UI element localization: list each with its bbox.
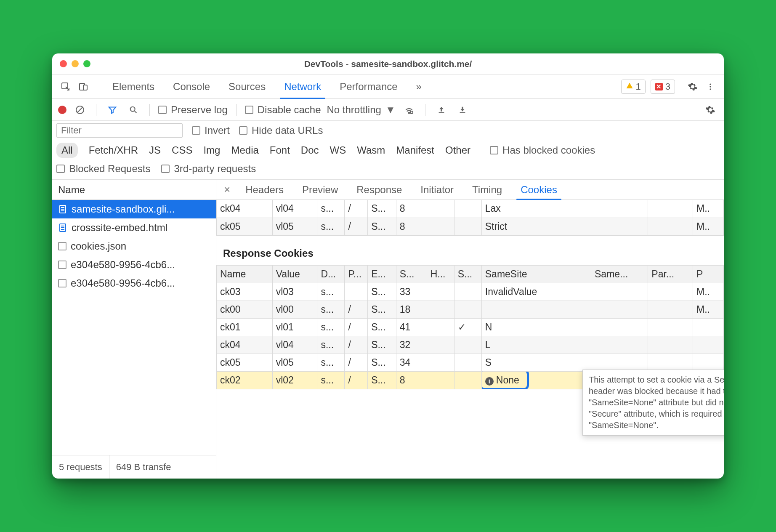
status-bar: 5 requests 649 B transfe [52,455,216,479]
filter-icon[interactable] [105,102,120,117]
status-requests: 5 requests [52,455,109,479]
col-sameparty[interactable]: Same... [591,265,648,283]
chip-media[interactable]: Media [231,144,258,156]
filter-input[interactable] [56,123,183,138]
chip-img[interactable]: Img [203,144,220,156]
upload-har-icon[interactable] [434,102,449,117]
status-transfer: 649 B transfe [109,455,178,479]
record-button[interactable] [58,106,66,114]
disable-cache-checkbox[interactable]: Disable cache [245,104,321,116]
tab-sources[interactable]: Sources [219,74,275,98]
throttling-select[interactable]: No throttling ▼ [327,104,395,116]
gear-icon[interactable] [685,79,700,94]
preserve-log-label: Preserve log [171,104,228,116]
col-partitionkey[interactable]: Par... [648,265,693,283]
col-secure[interactable]: S... [454,265,481,283]
tab-preview[interactable]: Preview [293,180,347,200]
table-row[interactable]: ck00vl00s.../S...18M.. [217,301,724,318]
warnings-badge[interactable]: 1 [621,80,646,94]
close-window-button[interactable] [60,60,67,67]
warning-icon [626,81,633,92]
document-icon [58,223,67,232]
table-row[interactable]: ck05vl05s.../S...34S [217,354,724,371]
hide-data-urls-checkbox[interactable]: Hide data URLs [239,125,323,136]
network-conditions-icon[interactable] [401,102,417,117]
chip-other[interactable]: Other [445,144,470,156]
panel-tabs: Elements Console Sources Network Perform… [103,74,431,98]
request-list-header[interactable]: Name [52,180,216,200]
error-icon: ✕ [655,83,663,90]
request-row[interactable]: cookies.json [52,237,216,255]
tab-elements[interactable]: Elements [103,74,164,98]
tab-cookies[interactable]: Cookies [511,180,566,200]
chip-manifest[interactable]: Manifest [396,144,434,156]
col-httponly[interactable]: H... [427,265,454,283]
chip-ws[interactable]: WS [330,144,346,156]
maximize-window-button[interactable] [83,60,90,67]
inspect-icon[interactable] [58,79,73,94]
errors-count: 3 [665,81,670,92]
detail-tabs: × Headers Preview Response Initiator Tim… [216,180,724,200]
table-row[interactable]: ck04vl04s.../S...32L [217,336,724,354]
table-row[interactable]: ck03vl03s...S...33InvalidValueM.. [217,283,724,301]
table-row[interactable]: ck05 vl05 s... / S... 8 Strict [217,218,724,235]
col-priority[interactable]: P [693,265,724,283]
col-samesite[interactable]: SameSite [481,265,591,283]
minimize-window-button[interactable] [72,60,79,67]
request-row[interactable]: e304e580-9956-4cb6... [52,274,216,293]
cookie-warning-tooltip: This attempt to set a cookie via a Set-C… [582,370,724,436]
col-path[interactable]: P... [345,265,368,283]
tab-performance[interactable]: Performance [330,74,407,98]
table-row[interactable]: ck01vl01s.../S...41✓N [217,318,724,336]
tab-timing[interactable]: Timing [463,180,511,200]
tab-response[interactable]: Response [347,180,411,200]
request-row[interactable]: e304e580-9956-4cb6... [52,255,216,274]
network-settings-icon[interactable] [703,102,718,117]
devtools-window: DevTools - samesite-sandbox.glitch.me/ E… [52,53,724,479]
svg-point-3 [710,83,711,85]
svg-point-5 [710,88,711,90]
throttling-value: No throttling [327,104,381,116]
blocked-requests-checkbox[interactable]: Blocked Requests [56,163,150,175]
has-blocked-cookies-checkbox[interactable]: Has blocked cookies [490,144,595,156]
tab-initiator[interactable]: Initiator [411,180,463,200]
chip-css[interactable]: CSS [172,144,192,156]
tab-headers[interactable]: Headers [236,180,293,200]
svg-point-7 [130,106,135,111]
download-har-icon[interactable] [455,102,470,117]
filter-chips: All Fetch/XHR JS CSS Img Media Font Doc … [56,141,720,158]
request-row[interactable]: crosssite-embed.html [52,218,216,237]
col-size[interactable]: S... [396,265,427,283]
invert-checkbox[interactable]: Invert [192,125,230,136]
clear-icon[interactable] [72,102,88,117]
table-row[interactable]: ck04 vl04 s... / S... 8 Lax [217,200,724,218]
chip-all[interactable]: All [56,143,78,158]
device-toggle-icon[interactable] [76,79,91,94]
kebab-menu-icon[interactable] [703,79,718,94]
file-icon [58,261,66,269]
chip-doc[interactable]: Doc [301,144,319,156]
disable-cache-label: Disable cache [258,104,321,116]
tab-console[interactable]: Console [164,74,219,98]
titlebar: DevTools - samesite-sandbox.glitch.me/ [52,53,724,74]
chip-js[interactable]: JS [149,144,161,156]
samesite-none-cell[interactable]: iNone [481,371,591,389]
request-row[interactable]: samesite-sandbox.gli... [52,200,216,218]
col-expires[interactable]: E... [368,265,396,283]
col-name[interactable]: Name [217,265,273,283]
request-list-panel: Name samesite-sandbox.gli... crosssite-e… [52,180,216,479]
preserve-log-checkbox[interactable]: Preserve log [158,104,228,116]
chip-wasm[interactable]: Wasm [357,144,385,156]
tab-more[interactable]: » [407,74,431,98]
chip-fetch[interactable]: Fetch/XHR [89,144,138,156]
close-detail-button[interactable]: × [218,183,236,196]
search-icon[interactable] [126,102,141,117]
errors-badge[interactable]: ✕ 3 [651,80,675,94]
col-domain[interactable]: D... [317,265,345,283]
third-party-checkbox[interactable]: 3rd-party requests [161,163,256,175]
tab-network[interactable]: Network [275,74,330,98]
chip-font[interactable]: Font [270,144,290,156]
info-icon: i [485,377,494,386]
svg-rect-2 [83,85,87,90]
col-value[interactable]: Value [272,265,317,283]
